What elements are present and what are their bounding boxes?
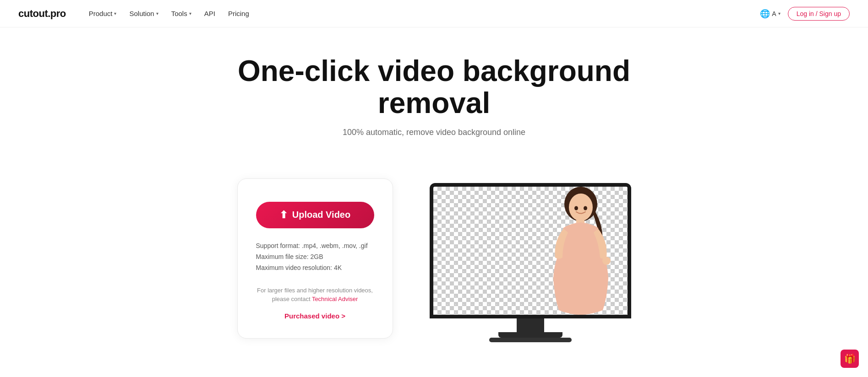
gift-icon: 🎁 [844, 353, 856, 364]
svg-point-1 [569, 194, 593, 221]
translate-icon: 🌐 [760, 9, 770, 19]
purchased-video-link[interactable]: Purchased video > [284, 312, 345, 320]
nav-api[interactable]: API [204, 10, 215, 17]
logo[interactable]: cutout.pro [18, 8, 66, 20]
upload-button[interactable]: ⬆ Upload Video [256, 202, 374, 228]
support-format-text: Support format: .mp4, .webm, .mov, .gif [256, 242, 374, 249]
chevron-down-icon: ▾ [189, 11, 191, 16]
max-resolution-text: Maximum video resolution: 4K [256, 264, 374, 271]
upload-icon: ⬆ [279, 209, 288, 221]
nav-links: Product ▾ Solution ▾ Tools ▾ API Pricing [89, 10, 760, 17]
monitor [430, 183, 631, 342]
technical-adviser-link[interactable]: Technical Adviser [312, 296, 358, 302]
gift-badge[interactable]: 🎁 [841, 350, 859, 368]
svg-point-4 [574, 206, 578, 210]
max-file-size-text: Maximum file size: 2GB [256, 253, 374, 260]
login-button[interactable]: Log in / Sign up [788, 7, 850, 21]
upload-panel: ⬆ Upload Video Support format: .mp4, .we… [237, 178, 393, 339]
chevron-down-icon: ▾ [778, 11, 781, 16]
nav-pricing[interactable]: Pricing [228, 10, 249, 17]
monitor-base [498, 332, 562, 338]
monitor-display [430, 178, 631, 342]
nav-solution[interactable]: Solution ▾ [129, 10, 158, 17]
nav-right: 🌐 A ▾ Log in / Sign up [760, 7, 850, 21]
upload-info: Support format: .mp4, .webm, .mov, .gif … [256, 242, 374, 275]
hero-title: One-click video background removal [228, 55, 640, 119]
nav-product[interactable]: Product ▾ [89, 10, 117, 17]
adviser-text: For larger files and higher resolution v… [256, 286, 374, 304]
monitor-foot [489, 338, 572, 342]
svg-point-5 [584, 206, 587, 210]
hero-subtitle: 100% automatic, remove video background … [343, 128, 525, 137]
monitor-neck [517, 318, 544, 332]
main-content: ⬆ Upload Video Support format: .mp4, .we… [136, 178, 732, 370]
hero-section: One-click video background removal 100% … [0, 27, 868, 178]
monitor-screen [430, 183, 631, 318]
screen-inner [433, 187, 628, 315]
woman-figure [545, 187, 618, 315]
chevron-down-icon: ▾ [156, 11, 158, 16]
language-button[interactable]: 🌐 A ▾ [760, 9, 780, 19]
navbar: cutout.pro Product ▾ Solution ▾ Tools ▾ … [0, 0, 868, 27]
chevron-down-icon: ▾ [114, 11, 116, 16]
svg-point-3 [602, 257, 611, 265]
nav-tools[interactable]: Tools ▾ [171, 10, 191, 17]
